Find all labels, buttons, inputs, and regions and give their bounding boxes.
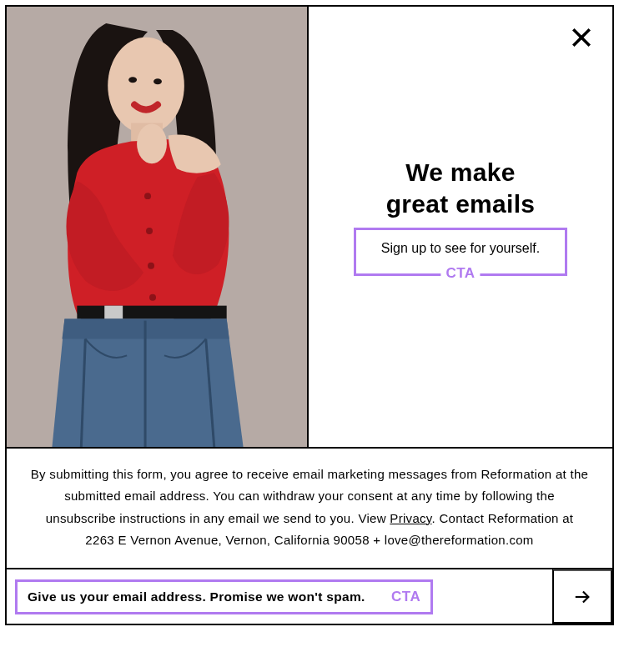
svg-point-10 <box>148 263 154 269</box>
email-cta-highlight-box: CTA <box>15 579 433 614</box>
svg-point-9 <box>146 228 153 234</box>
subheadline: Sign up to see for yourself. <box>381 241 540 255</box>
email-input-cell: CTA <box>7 569 552 624</box>
close-button[interactable] <box>569 25 594 50</box>
close-icon <box>571 27 592 48</box>
svg-point-2 <box>128 77 137 83</box>
svg-point-3 <box>153 78 162 84</box>
cta-annotation-label-inline: CTA <box>391 589 420 605</box>
hero-text-panel: We make great emails Sign up to see for … <box>309 7 612 447</box>
headline: We make great emails <box>386 157 536 219</box>
privacy-link[interactable]: Privacy <box>390 511 431 525</box>
legal-text: By submitting this form, you agree to re… <box>7 449 612 569</box>
cta-annotation-label: CTA <box>440 263 480 284</box>
newsletter-modal: We make great emails Sign up to see for … <box>5 5 614 625</box>
headline-line2: great emails <box>386 188 536 220</box>
svg-rect-7 <box>104 306 123 319</box>
svg-rect-6 <box>77 306 226 319</box>
email-input[interactable] <box>28 589 386 604</box>
svg-point-1 <box>108 38 184 134</box>
svg-point-5 <box>137 123 167 163</box>
headline-line1: We make <box>386 157 536 188</box>
modal-top-row: We make great emails Sign up to see for … <box>7 7 612 449</box>
submit-button[interactable] <box>552 569 612 624</box>
arrow-right-icon <box>573 588 591 606</box>
cta-highlight-box: Sign up to see for yourself. CTA <box>354 228 567 276</box>
svg-point-11 <box>149 294 156 301</box>
hero-image <box>7 7 309 447</box>
svg-point-8 <box>144 193 151 199</box>
email-form-row: CTA <box>7 569 612 624</box>
